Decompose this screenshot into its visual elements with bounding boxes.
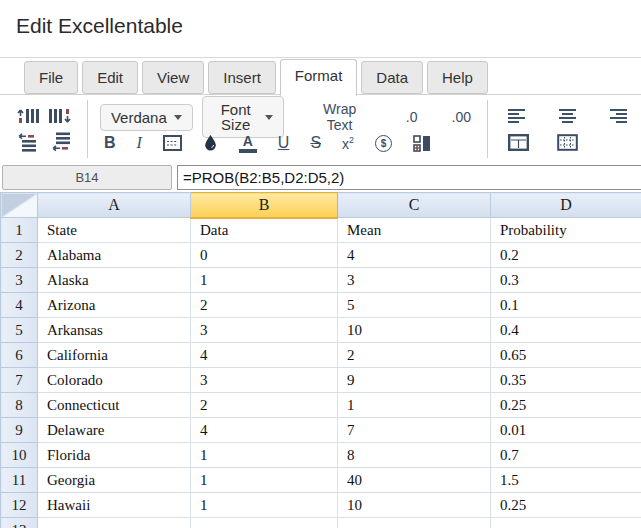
superscript-button[interactable]: x2 bbox=[338, 133, 358, 154]
cell[interactable] bbox=[338, 518, 491, 528]
row-header[interactable]: 3 bbox=[1, 268, 38, 293]
cell[interactable]: Arkansas bbox=[38, 318, 191, 343]
italic-button[interactable]: I bbox=[132, 133, 145, 153]
row-header[interactable]: 6 bbox=[1, 343, 38, 368]
column-header-a[interactable]: A bbox=[38, 193, 191, 218]
underline-button[interactable]: U bbox=[274, 133, 294, 153]
bold-button[interactable]: B bbox=[100, 133, 120, 153]
cell[interactable]: Alaska bbox=[38, 268, 191, 293]
cell[interactable]: 40 bbox=[338, 468, 491, 493]
cell[interactable]: Hawaii bbox=[38, 493, 191, 518]
column-header-d[interactable]: D bbox=[491, 193, 641, 218]
cell[interactable]: Arizona bbox=[38, 293, 191, 318]
row-header[interactable]: 1 bbox=[1, 218, 38, 243]
cell[interactable]: 0.3 bbox=[491, 268, 641, 293]
insert-row-above-button[interactable] bbox=[12, 130, 42, 154]
currency-format-button[interactable]: $ bbox=[371, 133, 396, 154]
cell[interactable] bbox=[191, 518, 338, 528]
cell[interactable]: 0.25 bbox=[491, 393, 641, 418]
tab-view[interactable]: View bbox=[142, 61, 204, 94]
merge-cells-button[interactable] bbox=[409, 133, 435, 154]
cell[interactable]: Mean bbox=[338, 218, 491, 243]
cell[interactable]: 3 bbox=[338, 268, 491, 293]
cell-reference-box[interactable]: B14 bbox=[2, 165, 172, 190]
cell[interactable]: 9 bbox=[338, 368, 491, 393]
row-header[interactable]: 7 bbox=[1, 368, 38, 393]
cell[interactable] bbox=[38, 518, 191, 528]
tab-edit[interactable]: Edit bbox=[82, 61, 138, 94]
cell[interactable]: 1 bbox=[191, 268, 338, 293]
cell[interactable]: 10 bbox=[338, 318, 491, 343]
cell[interactable]: 0.01 bbox=[491, 418, 641, 443]
cell[interactable]: Delaware bbox=[38, 418, 191, 443]
cell[interactable]: 4 bbox=[191, 418, 338, 443]
cell[interactable]: 5 bbox=[338, 293, 491, 318]
cell[interactable]: 0.35 bbox=[491, 368, 641, 393]
tab-data[interactable]: Data bbox=[361, 61, 423, 94]
fill-color-button[interactable] bbox=[199, 132, 222, 154]
wrap-text-button[interactable]: Wrap Text bbox=[309, 100, 369, 134]
cell[interactable]: Probability bbox=[491, 218, 641, 243]
border-outer-button[interactable] bbox=[504, 132, 533, 153]
cell[interactable]: 4 bbox=[338, 243, 491, 268]
insert-column-left-button[interactable] bbox=[12, 104, 43, 128]
tab-insert[interactable]: Insert bbox=[208, 61, 276, 94]
cell[interactable]: 1 bbox=[191, 468, 338, 493]
insert-column-right-button[interactable] bbox=[45, 104, 76, 128]
cell[interactable]: 0.25 bbox=[491, 493, 641, 518]
cell[interactable]: 3 bbox=[191, 368, 338, 393]
row-header[interactable]: 8 bbox=[1, 393, 38, 418]
cell[interactable]: 0.4 bbox=[491, 318, 641, 343]
row-header[interactable]: 13 bbox=[1, 518, 38, 528]
cell[interactable]: 2 bbox=[338, 343, 491, 368]
cell[interactable]: Alabama bbox=[38, 243, 191, 268]
cell[interactable]: 8 bbox=[338, 443, 491, 468]
cell[interactable]: Colorado bbox=[38, 368, 191, 393]
cell[interactable]: 7 bbox=[338, 418, 491, 443]
column-header-c[interactable]: C bbox=[338, 193, 491, 218]
cell[interactable]: 0.2 bbox=[491, 243, 641, 268]
formula-input[interactable] bbox=[177, 165, 641, 190]
font-family-dropdown[interactable]: Verdana bbox=[100, 104, 193, 131]
select-all-corner[interactable] bbox=[1, 193, 38, 218]
row-header[interactable]: 5 bbox=[1, 318, 38, 343]
cell[interactable] bbox=[491, 518, 641, 528]
font-color-button[interactable]: A bbox=[235, 132, 261, 155]
tab-file[interactable]: File bbox=[24, 61, 78, 94]
align-center-button[interactable] bbox=[555, 107, 580, 125]
cell[interactable]: 2 bbox=[191, 293, 338, 318]
cell[interactable]: Georgia bbox=[38, 468, 191, 493]
cell[interactable]: California bbox=[38, 343, 191, 368]
cell[interactable]: Connecticut bbox=[38, 393, 191, 418]
cell[interactable]: 3 bbox=[191, 318, 338, 343]
cell[interactable]: 1 bbox=[191, 493, 338, 518]
align-left-button[interactable] bbox=[504, 107, 529, 125]
cell[interactable]: 0 bbox=[191, 243, 338, 268]
tab-help[interactable]: Help bbox=[427, 61, 488, 94]
column-header-b[interactable]: B bbox=[191, 193, 338, 218]
cell[interactable]: 0.7 bbox=[491, 443, 641, 468]
cell[interactable]: State bbox=[38, 218, 191, 243]
cell[interactable]: 0.65 bbox=[491, 343, 641, 368]
row-header[interactable]: 9 bbox=[1, 418, 38, 443]
cell[interactable]: 10 bbox=[338, 493, 491, 518]
row-header[interactable]: 10 bbox=[1, 443, 38, 468]
border-all-button[interactable] bbox=[553, 132, 582, 153]
row-header[interactable]: 2 bbox=[1, 243, 38, 268]
strikethrough-button[interactable]: S bbox=[306, 133, 325, 153]
cell[interactable]: Florida bbox=[38, 443, 191, 468]
decimal-decrease-button[interactable]: .0 bbox=[400, 108, 424, 126]
cell[interactable]: 1 bbox=[338, 393, 491, 418]
borders-button[interactable] bbox=[159, 133, 186, 153]
cell[interactable]: 1 bbox=[191, 443, 338, 468]
tab-format[interactable]: Format bbox=[280, 59, 358, 96]
cell[interactable]: 2 bbox=[191, 393, 338, 418]
row-header[interactable]: 11 bbox=[1, 468, 38, 493]
cell[interactable]: 0.1 bbox=[491, 293, 641, 318]
decimal-increase-button[interactable]: .00 bbox=[446, 108, 477, 126]
cell[interactable]: 1.5 bbox=[491, 468, 641, 493]
cell[interactable]: Data bbox=[191, 218, 338, 243]
row-header[interactable]: 12 bbox=[1, 493, 38, 518]
align-right-button[interactable] bbox=[606, 107, 631, 125]
insert-row-below-button[interactable] bbox=[46, 130, 76, 154]
